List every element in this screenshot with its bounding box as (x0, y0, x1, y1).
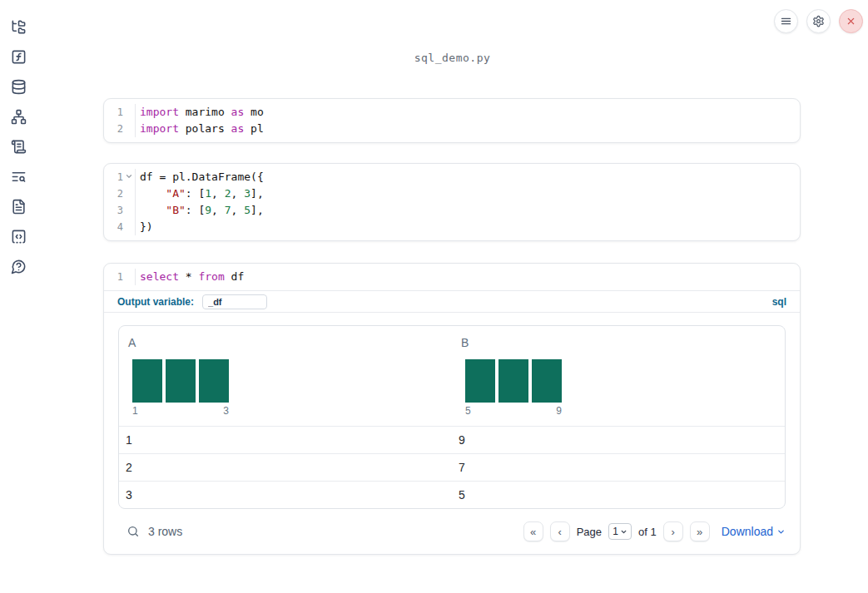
menu-button[interactable] (774, 9, 798, 33)
column-title[interactable]: B (461, 336, 776, 349)
dependency-graph-icon[interactable] (11, 109, 27, 125)
code-token: import (140, 122, 179, 135)
code-token: ], (250, 204, 264, 216)
sql-cell-toolbar: Output variable: sql (104, 290, 800, 313)
output-variable-label: Output variable: (117, 296, 194, 308)
page-label: Page (577, 526, 602, 538)
column-title[interactable]: A (128, 336, 443, 349)
table-row[interactable]: 3 5 (119, 481, 785, 508)
output-variable-input[interactable] (202, 294, 267, 309)
function-square-icon[interactable] (11, 49, 27, 65)
page-select-value: 1 (613, 526, 618, 537)
code-token: 2 (225, 187, 231, 200)
helper-panel-sidebar (0, 0, 37, 593)
histogram-min-label: 5 (465, 405, 471, 418)
download-button[interactable]: Download (722, 525, 786, 538)
column-histogram: 5 9 (465, 359, 562, 418)
code-token: as (231, 122, 245, 135)
code-token: , (211, 204, 225, 216)
histogram-bar (199, 359, 229, 403)
sql-cell[interactable]: 1 select * from df Output variable: sql … (103, 263, 801, 555)
table-header: A 1 3 B 5 9 (119, 326, 785, 426)
page-select[interactable]: 1 (608, 523, 632, 540)
prev-page-button[interactable]: ‹ (550, 521, 570, 541)
line-number: 2 (104, 121, 135, 137)
code-token: 3 (244, 187, 250, 200)
code-line[interactable]: "B": [9, 7, 5], (140, 202, 800, 219)
code-token: import (140, 106, 179, 118)
table-footer: 3 rows « ‹ Page 1 of 1 › » Download (118, 516, 786, 547)
code-token: polars (179, 122, 231, 135)
code-cell-dataframe[interactable]: 1 2 3 4 df = pl.DataFrame({ "A": [1, 2, … (103, 163, 801, 241)
code-line[interactable]: import polars as pl (140, 121, 800, 137)
code-token: select (140, 270, 179, 283)
line-number-gutter: 1 2 (104, 104, 136, 137)
scroll-text-icon[interactable] (11, 139, 27, 155)
table-cell: 2 (119, 461, 452, 474)
file-tree-icon[interactable] (11, 19, 27, 35)
code-editor[interactable]: 1 select * from df (104, 264, 800, 290)
search-icon[interactable] (126, 525, 140, 538)
gear-icon (812, 15, 825, 27)
histogram-min-label: 1 (132, 405, 138, 418)
shutdown-button[interactable] (839, 9, 863, 33)
code-cell-imports[interactable]: 1 2 import marimo as mo import polars as… (103, 98, 801, 143)
histogram-bar (465, 359, 495, 403)
code-editor[interactable]: 1 2 3 4 df = pl.DataFrame({ "A": [1, 2, … (104, 164, 800, 240)
first-page-button[interactable]: « (523, 521, 543, 541)
code-snippets-icon[interactable] (11, 229, 27, 245)
table-cell: 1 (119, 433, 452, 447)
histogram-bar (166, 359, 196, 403)
file-text-icon[interactable] (11, 199, 27, 215)
code-token: pl (244, 122, 263, 135)
fold-indicator-icon[interactable] (125, 172, 133, 180)
code-token: , (231, 187, 245, 200)
code-line[interactable]: df = pl.DataFrame({ (140, 169, 800, 185)
code-token: * (179, 270, 198, 283)
code-token: , (211, 187, 225, 200)
column-header-b: B 5 9 (452, 326, 785, 426)
code-line[interactable]: "A": [1, 2, 3], (140, 185, 800, 202)
row-count-label: 3 rows (148, 525, 182, 538)
code-line[interactable]: select * from df (140, 269, 800, 285)
code-token: 9 (205, 204, 211, 216)
close-icon (845, 15, 857, 27)
code-token (140, 204, 166, 216)
settings-button[interactable] (806, 9, 831, 33)
line-number: 4 (104, 219, 135, 235)
table-cell: 3 (119, 488, 452, 502)
line-number: 3 (104, 202, 135, 219)
table-cell: 7 (452, 461, 785, 474)
window-controls (774, 9, 863, 33)
column-histogram: 1 3 (132, 359, 229, 418)
notebook-filename[interactable]: sql_demo.py (37, 52, 868, 64)
table-row[interactable]: 1 9 (119, 426, 785, 453)
code-editor[interactable]: 1 2 import marimo as mo import polars as… (104, 99, 800, 142)
code-token: 1 (205, 187, 211, 200)
code-token: "A" (166, 187, 185, 200)
database-icon[interactable] (11, 79, 27, 95)
table-cell: 5 (452, 488, 785, 502)
code-token: 7 (225, 204, 231, 216)
line-number: 1 (104, 104, 135, 121)
line-number: 1 (104, 169, 135, 185)
dataframe-table: A 1 3 B 5 9 (118, 325, 786, 509)
download-label: Download (722, 525, 773, 538)
language-badge[interactable]: sql (772, 296, 786, 308)
table-row[interactable]: 2 7 (119, 453, 785, 481)
code-token: from (198, 270, 224, 283)
line-number-gutter: 1 2 3 4 (104, 169, 136, 235)
next-page-button[interactable]: › (663, 521, 683, 541)
chevron-down-icon (776, 527, 786, 536)
menu-icon (780, 15, 792, 27)
code-token: }) (140, 220, 153, 233)
last-page-button[interactable]: » (690, 521, 710, 541)
code-line[interactable]: }) (140, 219, 800, 235)
code-line[interactable]: import marimo as mo (140, 104, 800, 121)
pagination: « ‹ Page 1 of 1 › » (523, 521, 710, 541)
text-search-icon[interactable] (11, 169, 27, 185)
line-number-gutter: 1 (104, 269, 136, 285)
histogram-max-label: 9 (556, 405, 562, 418)
help-bubble-icon[interactable] (11, 259, 27, 274)
code-token: 5 (244, 204, 250, 216)
